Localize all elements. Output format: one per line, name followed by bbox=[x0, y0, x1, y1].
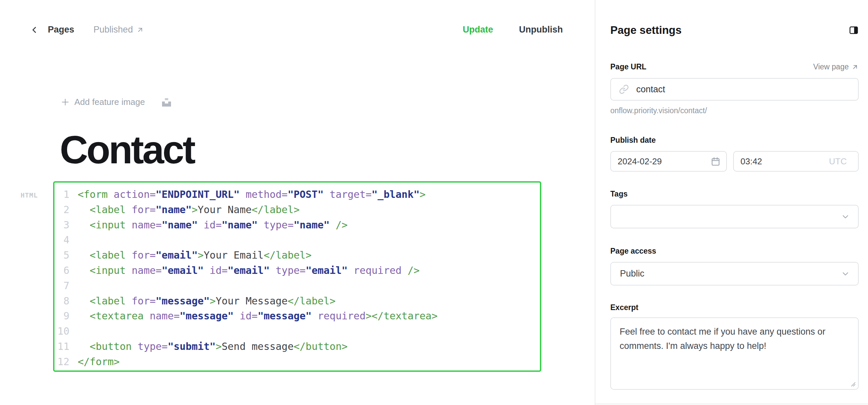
line-number: 9 bbox=[55, 308, 78, 324]
code-token: "name" bbox=[156, 202, 192, 217]
code-token: <textarea bbox=[78, 308, 144, 324]
back-button[interactable] bbox=[29, 25, 39, 35]
code-line: 6 <input name="email" id="email" type="e… bbox=[55, 263, 540, 278]
code-token: name= bbox=[144, 308, 180, 324]
code-token: required bbox=[311, 308, 366, 324]
code-token: "name" bbox=[162, 217, 197, 233]
resize-handle[interactable] bbox=[849, 380, 856, 387]
line-number: 11 bbox=[55, 339, 78, 354]
code-token: type= bbox=[270, 263, 306, 278]
code-line: 8 <label for="message">Your Message</lab… bbox=[55, 293, 540, 309]
page-access-label: Page access bbox=[610, 247, 859, 256]
code-token: required bbox=[348, 263, 402, 278]
code-token: <input bbox=[78, 217, 126, 233]
line-number: 3 bbox=[55, 217, 78, 233]
tags-select[interactable] bbox=[610, 205, 859, 228]
code-token: "POST" bbox=[287, 187, 323, 202]
publish-date-value: 2024-02-29 bbox=[618, 156, 662, 167]
code-token: > bbox=[197, 248, 204, 263]
published-status-link[interactable]: Published bbox=[94, 25, 145, 35]
code-line: 7 bbox=[55, 278, 540, 293]
code-line: 10 bbox=[55, 324, 540, 339]
code-token: Your Name bbox=[197, 202, 252, 217]
code-token: "message" bbox=[258, 308, 312, 324]
page-url-input[interactable]: contact bbox=[610, 78, 859, 101]
code-token: Your Email bbox=[204, 248, 264, 263]
line-number: 2 bbox=[55, 202, 78, 217]
excerpt-textarea[interactable]: Feel free to contact me if you have any … bbox=[610, 317, 859, 390]
code-token: id= bbox=[204, 263, 227, 278]
code-token: <input bbox=[78, 263, 126, 278]
publish-date-label: Publish date bbox=[610, 136, 859, 145]
timezone-label: UTC bbox=[829, 156, 847, 167]
publish-time-value: 03:42 bbox=[741, 156, 762, 167]
code-token: > bbox=[216, 339, 221, 354]
code-token: <label bbox=[78, 248, 126, 263]
code-token: "name" bbox=[293, 217, 330, 233]
breadcrumb-pages-link[interactable]: Pages bbox=[48, 25, 74, 35]
link-icon bbox=[619, 84, 629, 94]
view-page-link[interactable]: View page bbox=[813, 62, 859, 71]
unsplash-button[interactable] bbox=[162, 98, 171, 106]
chevron-down-icon bbox=[841, 269, 850, 279]
add-feature-image-label[interactable]: Add feature image bbox=[74, 97, 145, 107]
code-line: 11 <button type="submit">Send message</b… bbox=[55, 339, 540, 354]
page-url-value: contact bbox=[636, 84, 665, 95]
unpublish-button[interactable]: Unpublish bbox=[519, 25, 563, 35]
code-token: for= bbox=[126, 293, 156, 309]
add-feature-image-button[interactable] bbox=[61, 98, 70, 106]
code-line: 9 <textarea name="message" id="message" … bbox=[55, 308, 540, 324]
external-arrow-icon bbox=[136, 26, 144, 34]
page-settings-sidebar: Page settings Page URL View page contact… bbox=[595, 0, 868, 405]
code-token: "email" bbox=[162, 263, 204, 278]
publish-date-input[interactable]: 2024-02-29 bbox=[610, 151, 727, 172]
code-line: 4 bbox=[55, 232, 540, 248]
line-number: 12 bbox=[55, 354, 78, 370]
line-number: 10 bbox=[55, 324, 78, 339]
publish-date-row: 2024-02-29 03:42 UTC bbox=[610, 151, 859, 172]
code-token: target= bbox=[324, 187, 372, 202]
html-code-card[interactable]: 1<form action="ENDPOINT_URL" method="POS… bbox=[53, 181, 541, 372]
code-token: "_blank" bbox=[372, 187, 420, 202]
code-token: </label> bbox=[264, 248, 312, 263]
update-button[interactable]: Update bbox=[463, 25, 493, 35]
code-token: id= bbox=[197, 217, 221, 233]
sidebar-bottom-divider bbox=[595, 404, 868, 404]
code-token: action= bbox=[107, 187, 156, 202]
tags-label: Tags bbox=[610, 190, 859, 198]
code-token: </form> bbox=[78, 354, 120, 370]
code-token: name= bbox=[126, 263, 162, 278]
code-token: <label bbox=[78, 293, 126, 309]
code-line: 1<form action="ENDPOINT_URL" method="POS… bbox=[55, 187, 540, 202]
code-token: </label> bbox=[287, 293, 336, 309]
code-token: "email" bbox=[228, 263, 270, 278]
page-title[interactable]: Contact bbox=[60, 130, 194, 169]
code-token: method= bbox=[240, 187, 288, 202]
code-token: > bbox=[420, 187, 426, 202]
chevron-down-icon bbox=[841, 212, 850, 221]
publish-time-input[interactable]: 03:42 UTC bbox=[733, 151, 859, 172]
full-url-text: onflow.priority.vision/contact/ bbox=[610, 106, 859, 115]
published-label: Published bbox=[94, 25, 133, 35]
html-card-type-label: HTML bbox=[21, 191, 38, 199]
sidebar-header: Page settings bbox=[610, 24, 859, 36]
code-token: /> bbox=[330, 217, 348, 233]
calendar-icon bbox=[711, 157, 720, 166]
line-number: 5 bbox=[55, 248, 78, 263]
code-token: /> bbox=[401, 263, 420, 278]
page-url-label-row: Page URL View page bbox=[610, 62, 859, 71]
code-token: > bbox=[210, 293, 216, 309]
page-access-select[interactable]: Public bbox=[610, 262, 859, 285]
code-token: ></textarea> bbox=[366, 308, 438, 324]
code-token: "email" bbox=[306, 263, 347, 278]
code-token: <form bbox=[78, 187, 107, 202]
unsplash-icon bbox=[162, 98, 171, 106]
code-token: type= bbox=[258, 217, 293, 233]
view-page-label: View page bbox=[813, 62, 849, 71]
line-number: 6 bbox=[55, 263, 78, 278]
panel-toggle-icon bbox=[849, 25, 859, 35]
close-settings-button[interactable] bbox=[849, 25, 859, 35]
code-token: "email" bbox=[156, 248, 197, 263]
line-number: 8 bbox=[55, 293, 78, 309]
excerpt-label: Excerpt bbox=[610, 303, 859, 312]
